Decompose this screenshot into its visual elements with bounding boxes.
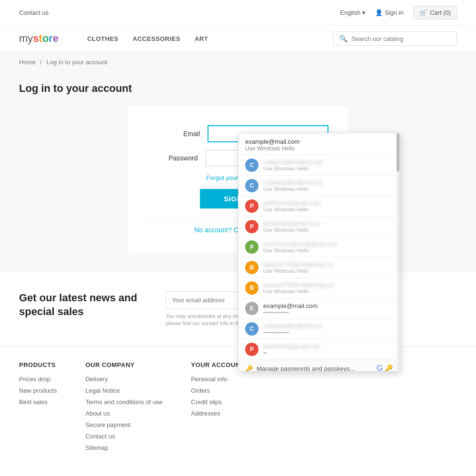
- footer-sitemap[interactable]: Sitemap: [85, 444, 108, 451]
- scrollbar-track[interactable]: [397, 133, 399, 371]
- search-input[interactable]: [351, 35, 451, 42]
- manage-passwords-item[interactable]: 🔑 Manage passwords and passkeys... G 🔑: [238, 359, 399, 371]
- avatar: P: [245, 199, 258, 213]
- autocomplete-item-email: example@mail.com: [263, 302, 317, 309]
- avatar-initial: B: [250, 285, 254, 291]
- autocomplete-item[interactable]: P perthwork@gmail.com ••: [238, 339, 399, 359]
- autocomplete-item-email: critaphub@softprint.net: [263, 179, 322, 186]
- logo-r: r: [49, 32, 53, 45]
- autocomplete-item[interactable]: C critaphub@softprint.net Use Windows He…: [238, 175, 399, 196]
- autocomplete-item-text: critaphub@softprint.net Use Windows Hell…: [263, 179, 322, 192]
- footer-addresses[interactable]: Addresses: [191, 410, 220, 417]
- autocomplete-item-email: perthwork@gmail.com: [263, 343, 320, 350]
- language-label: English: [340, 9, 361, 16]
- footer-secure-payment[interactable]: Secure payment: [85, 421, 130, 428]
- sign-in-link[interactable]: 👤 Sign in: [375, 9, 404, 16]
- logo-o: o: [42, 32, 49, 45]
- autocomplete-item-text: perthwork@gmail.com ••: [263, 343, 320, 356]
- avatar-initial: P: [250, 346, 254, 353]
- logo-e: e: [53, 32, 59, 45]
- avatar: P: [245, 343, 258, 356]
- cart-button[interactable]: 🛒 Cart (0): [413, 6, 457, 20]
- autocomplete-item-sub: ••••••••••••••: [263, 309, 317, 315]
- breadcrumb-sep: /: [40, 59, 42, 66]
- top-bar: Contact us English ▾ 👤 Sign in 🛒 Cart (0…: [0, 0, 476, 26]
- search-bar: 🔍: [333, 31, 457, 46]
- avatar: P: [245, 220, 258, 233]
- avatar: B: [245, 281, 258, 295]
- avatar: B: [245, 261, 258, 274]
- language-arrow: ▾: [362, 9, 366, 16]
- autocomplete-item[interactable]: B beautult730@softprintup.us Use Windows…: [238, 278, 399, 298]
- autocomplete-item-text: beautult730@softprintup.us Use Windows H…: [263, 261, 333, 274]
- footer-personal-info[interactable]: Personal info: [191, 376, 227, 383]
- breadcrumb-home[interactable]: Home: [19, 59, 36, 66]
- autocomplete-item[interactable]: P perthwork@gmail.com Use Windows Hello: [238, 216, 399, 237]
- manage-passwords-icons: G 🔑: [377, 364, 393, 371]
- cart-label: Cart (0): [430, 9, 451, 16]
- autocomplete-item-sub: Use Windows Hello: [263, 166, 322, 171]
- person-icon: 👤: [375, 9, 383, 16]
- footer-account: YOUR ACCOUNT Personal info Orders Credit…: [191, 361, 244, 455]
- logo-s: s: [33, 32, 39, 45]
- autocomplete-item[interactable]: C critaphub@softprint.net Use Windows He…: [238, 155, 399, 175]
- autocomplete-item-sub: ••••••••••••••: [263, 329, 322, 335]
- autocomplete-item-email: critaphub@softprint.net: [263, 159, 322, 166]
- footer-orders[interactable]: Orders: [191, 387, 210, 394]
- autocomplete-item[interactable]: P perthworkoftprint@gmail.com Use Window…: [238, 237, 399, 257]
- nav-accessories[interactable]: ACCESSORIES: [133, 35, 180, 42]
- autocomplete-item-email: critaphub@softprint.net: [263, 323, 322, 329]
- autocomplete-first-email: example@mail.com: [245, 138, 393, 145]
- newsletter-title: Get our latest news andspecial sales: [19, 291, 137, 318]
- footer-legal-notice[interactable]: Legal Notice: [85, 387, 119, 394]
- autocomplete-dropdown: example@mail.com Use Windows Hello C cri…: [238, 133, 400, 372]
- footer-credit-slips[interactable]: Credit slips: [191, 398, 221, 406]
- autocomplete-item-text: critaphub@softprint.net ••••••••••••••: [263, 323, 322, 335]
- autocomplete-item[interactable]: E example@mail.com ••••••••••••••: [238, 298, 399, 318]
- nav-art[interactable]: ART: [195, 35, 208, 42]
- avatar: C: [245, 179, 258, 192]
- autocomplete-item-sub: Use Windows Hello: [263, 186, 322, 192]
- contact-us-link[interactable]: Contact us: [19, 9, 49, 16]
- autocomplete-item[interactable]: B beautult730@softprintup.us Use Windows…: [238, 257, 399, 278]
- language-selector[interactable]: English ▾: [340, 9, 366, 16]
- logo-t: t: [39, 32, 42, 45]
- autocomplete-item-sub: Use Windows Hello: [263, 288, 333, 294]
- avatar-initial: B: [250, 264, 254, 271]
- autocomplete-item-email: beautult730@softprintup.us: [263, 261, 333, 268]
- page-content: Log in to your account Email Password SH…: [0, 73, 476, 272]
- email-label: Email: [148, 130, 200, 138]
- autocomplete-item-sub: ••: [263, 350, 320, 356]
- footer-prices-drop[interactable]: Prices drop: [19, 376, 50, 383]
- autocomplete-item-sub: Use Windows Hello: [263, 207, 320, 212]
- autocomplete-item[interactable]: C critaphub@softprint.net ••••••••••••••: [238, 318, 399, 339]
- nav-clothes[interactable]: CLOTHES: [87, 35, 119, 42]
- footer-best-sales[interactable]: Best sales: [19, 398, 48, 406]
- autocomplete-item-sub: Use Windows Hello: [263, 227, 320, 233]
- footer-company-title: OUR COMPANY: [85, 361, 162, 368]
- google-icon: G: [377, 364, 383, 371]
- avatar-initial: C: [250, 326, 254, 332]
- avatar-initial: C: [250, 182, 254, 189]
- autocomplete-item[interactable]: P perthwork@gmail.com Use Windows Hello: [238, 196, 399, 216]
- autocomplete-header[interactable]: example@mail.com Use Windows Hello: [238, 133, 399, 155]
- autocomplete-item-sub: Use Windows Hello: [263, 268, 333, 274]
- autocomplete-item-text: example@mail.com ••••••••••••••: [263, 302, 317, 315]
- logo[interactable]: my store: [19, 32, 59, 45]
- footer-terms[interactable]: Terms and conditions of use: [85, 398, 162, 406]
- footer-contact-us[interactable]: Contact us: [85, 433, 115, 440]
- autocomplete-item-email: perthwork@gmail.com: [263, 220, 320, 227]
- top-bar-right: English ▾ 👤 Sign in 🛒 Cart (0): [340, 6, 457, 20]
- autocomplete-item-text: perthworkoftprint@gmail.com Use Windows …: [263, 241, 337, 253]
- avatar-initial: P: [250, 223, 254, 230]
- footer-about-us[interactable]: About us: [85, 410, 109, 417]
- footer-account-title: YOUR ACCOUNT: [191, 361, 244, 368]
- cart-icon: 🛒: [419, 9, 427, 16]
- manage-passwords-label: Manage passwords and passkeys...: [257, 365, 355, 372]
- footer-new-products[interactable]: New products: [19, 387, 57, 394]
- main-nav: my store CLOTHES ACCESSORIES ART 🔍: [0, 26, 476, 52]
- autocomplete-item-text: beautult730@softprintup.us Use Windows H…: [263, 282, 333, 294]
- footer-delivery[interactable]: Delivery: [85, 376, 108, 383]
- footer-products: PRODUCTS Prices drop New products Best s…: [19, 361, 57, 455]
- autocomplete-scroll: example@mail.com Use Windows Hello C cri…: [238, 133, 399, 371]
